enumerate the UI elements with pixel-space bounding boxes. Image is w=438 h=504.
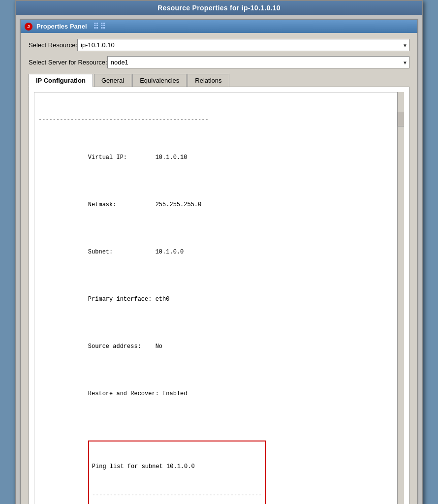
virtual-ip-key: Virtual IP: xyxy=(88,154,156,161)
source-address-line: Source address: No xyxy=(38,333,394,361)
outer-title-bar: Resource Properties for ip-10.1.0.10 xyxy=(16,1,422,15)
subnet-key: Subnet: xyxy=(88,249,156,255)
scrollbar-thumb[interactable] xyxy=(398,112,404,126)
select-server-label: Select Server for Resource: xyxy=(29,59,107,66)
restore-recover-line: Restore and Recover: Enabled xyxy=(38,380,394,409)
virtual-ip-line: Virtual IP: 10.1.0.10 xyxy=(38,144,394,172)
java-icon: J xyxy=(25,23,32,31)
ping-list-box: Ping list for subnet 10.1.0.0 ----------… xyxy=(38,430,394,504)
inner-title: Properties Panel xyxy=(36,23,87,30)
tabs-container: IP Configuration General Equivalencies R… xyxy=(29,73,409,87)
title-dots: ⠿⠿ xyxy=(93,22,107,31)
inner-title-bar: J Properties Panel ⠿⠿ xyxy=(21,20,417,33)
select-resource-dropdown[interactable]: ip-10.1.0.10 xyxy=(77,39,409,51)
inner-window: J Properties Panel ⠿⠿ Select Resource: i… xyxy=(20,19,418,504)
restore-recover-key: Restore and Recover: xyxy=(88,390,162,397)
panel-body: Select Resource: ip-10.1.0.10 ▼ Select S… xyxy=(21,33,417,504)
source-address-key: Source address: xyxy=(88,343,156,350)
select-server-wrapper[interactable]: node1 ▼ xyxy=(107,56,409,68)
select-server-row: Select Server for Resource: node1 ▼ xyxy=(29,56,409,68)
netmask-line: Netmask: 255.255.255.0 xyxy=(38,191,394,220)
config-text-area: ----------------------------------------… xyxy=(34,92,404,504)
source-address-val: No xyxy=(156,343,162,350)
select-resource-wrapper[interactable]: ip-10.1.0.10 ▼ xyxy=(77,39,409,51)
tab-content: ----------------------------------------… xyxy=(29,87,409,504)
tab-equivalencies[interactable]: Equivalencies xyxy=(132,74,187,87)
select-resource-label: Select Resource: xyxy=(29,41,77,49)
primary-interface-val: eth0 xyxy=(156,296,170,303)
top-dashed-line: ----------------------------------------… xyxy=(38,115,394,125)
netmask-key: Netmask: xyxy=(88,201,156,208)
outer-title: Resource Properties for ip-10.1.0.10 xyxy=(157,4,281,12)
ping-list-dashed: ----------------------------------------… xyxy=(92,491,262,500)
virtual-ip-val: 10.1.0.10 xyxy=(156,154,188,161)
scrollbar-track[interactable] xyxy=(397,92,404,504)
tab-relations[interactable]: Relations xyxy=(188,74,229,87)
config-scroll-area: ----------------------------------------… xyxy=(34,92,404,504)
netmask-val: 255.255.255.0 xyxy=(156,201,202,208)
restore-recover-val: Enabled xyxy=(162,390,187,397)
ping-list-title: Ping list for subnet 10.1.0.0 xyxy=(92,462,262,472)
subnet-val: 10.1.0.0 xyxy=(156,249,184,255)
ping-list-box-inner: Ping list for subnet 10.1.0.0 ----------… xyxy=(88,441,266,504)
select-resource-row: Select Resource: ip-10.1.0.10 ▼ xyxy=(29,39,409,51)
outer-window: Resource Properties for ip-10.1.0.10 J P… xyxy=(15,0,423,504)
primary-interface-line: Primary interface: eth0 xyxy=(38,285,394,314)
select-server-dropdown[interactable]: node1 xyxy=(107,56,409,68)
primary-interface-key: Primary interface: xyxy=(88,296,156,303)
subnet-line: Subnet: 10.1.0.0 xyxy=(38,238,394,267)
tab-ip-configuration[interactable]: IP Configuration xyxy=(29,74,93,87)
tab-general[interactable]: General xyxy=(94,74,131,87)
